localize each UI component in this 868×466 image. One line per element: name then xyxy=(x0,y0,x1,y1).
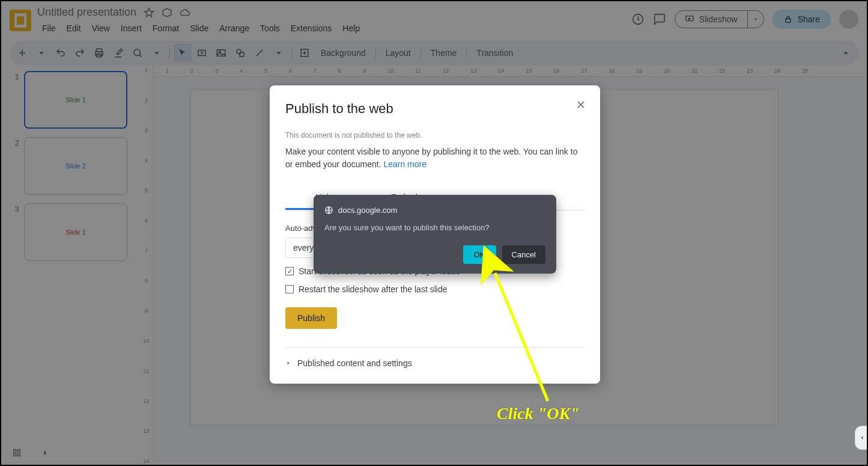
confirm-message: Are you sure you want to publish this se… xyxy=(324,223,545,232)
svg-point-9 xyxy=(237,49,241,54)
app-header: Untitled presentation File Edit View Ins… xyxy=(1,1,867,41)
menu-arrange[interactable]: Arrange xyxy=(214,21,254,35)
menu-slide[interactable]: Slide xyxy=(185,21,213,35)
zoom-caret[interactable] xyxy=(148,44,166,62)
start-slideshow-checkbox[interactable] xyxy=(285,267,294,275)
theme-button[interactable]: Theme xyxy=(425,48,463,58)
restart-slideshow-label: Restart the slideshow after the last sli… xyxy=(299,284,447,294)
publish-description: Make your content visible to anyone by p… xyxy=(285,146,584,171)
svg-rect-15 xyxy=(17,453,20,456)
print-button[interactable] xyxy=(90,44,108,62)
history-icon[interactable] xyxy=(631,13,645,26)
menu-extensions[interactable]: Extensions xyxy=(286,21,336,35)
thumb-number: 3 xyxy=(12,203,19,261)
undo-button[interactable] xyxy=(52,44,70,62)
close-icon[interactable] xyxy=(575,99,587,111)
restart-slideshow-checkbox[interactable] xyxy=(285,285,294,293)
line-tool[interactable] xyxy=(250,44,269,62)
menu-insert[interactable]: Insert xyxy=(116,21,147,35)
comments-icon[interactable] xyxy=(653,13,666,26)
side-panel-toggle[interactable] xyxy=(855,426,868,450)
redo-button[interactable] xyxy=(71,44,89,62)
share-button[interactable]: Share xyxy=(772,10,831,29)
move-icon[interactable] xyxy=(162,7,172,18)
learn-more-link[interactable]: Learn more xyxy=(383,159,426,169)
publish-desc-text: Make your content visible to anyone by p… xyxy=(285,147,577,169)
menu-view[interactable]: View xyxy=(87,21,115,35)
doc-title[interactable]: Untitled presentation xyxy=(37,6,136,19)
grid-view-icon[interactable] xyxy=(12,448,22,460)
publish-button[interactable]: Publish xyxy=(285,307,337,329)
cloud-status-icon[interactable] xyxy=(180,7,190,18)
horizontal-ruler: 1234567891011121314151617181920212223242… xyxy=(154,65,867,77)
slide-thumbnail[interactable]: Slide 2 xyxy=(24,137,127,195)
svg-rect-12 xyxy=(14,450,16,452)
published-settings-expand[interactable]: Published content and settings xyxy=(285,358,584,368)
publish-status-text: This document is not published to the we… xyxy=(285,131,584,139)
slides-logo xyxy=(10,10,31,31)
share-label: Share xyxy=(798,14,820,24)
slideshow-button[interactable]: Slideshow xyxy=(675,10,748,28)
confirm-ok-button[interactable]: OK xyxy=(463,245,496,264)
thumb-number: 1 xyxy=(12,71,19,129)
globe-icon xyxy=(324,206,333,215)
menu-tools[interactable]: Tools xyxy=(255,21,285,35)
published-settings-label: Published content and settings xyxy=(297,358,412,368)
confirm-origin-text: docs.google.com xyxy=(338,206,397,215)
menu-format[interactable]: Format xyxy=(148,21,184,35)
prev-icon[interactable] xyxy=(40,448,49,460)
menu-bar: File Edit View Insert Format Slide Arran… xyxy=(37,21,365,35)
svg-rect-7 xyxy=(217,50,225,57)
svg-rect-1 xyxy=(786,19,791,22)
background-button[interactable]: Background xyxy=(315,48,372,58)
menu-help[interactable]: Help xyxy=(338,21,365,35)
slide-thumbnail[interactable]: Slide 1 xyxy=(24,71,127,129)
modal-divider xyxy=(285,347,584,348)
toolbar-divider xyxy=(169,46,170,60)
publish-modal-title: Publish to the web xyxy=(285,101,584,117)
account-avatar[interactable] xyxy=(839,10,858,29)
shape-tool[interactable] xyxy=(231,44,249,62)
comment-button[interactable] xyxy=(296,44,314,62)
menu-file[interactable]: File xyxy=(37,21,61,35)
toolbar: Background Layout Theme Transition xyxy=(10,41,858,65)
svg-rect-13 xyxy=(17,450,20,452)
menu-edit[interactable]: Edit xyxy=(62,21,86,35)
new-slide-button[interactable] xyxy=(13,44,31,62)
svg-point-5 xyxy=(134,49,141,56)
zoom-button[interactable] xyxy=(129,44,147,62)
new-slide-caret[interactable] xyxy=(32,44,50,62)
paint-format-button[interactable] xyxy=(109,44,127,62)
star-icon[interactable] xyxy=(144,7,154,18)
confirm-cancel-button[interactable]: Cancel xyxy=(502,245,545,264)
toolbar-divider xyxy=(466,46,467,60)
select-tool[interactable] xyxy=(174,44,192,62)
slideshow-label: Slideshow xyxy=(699,14,738,24)
textbox-tool[interactable] xyxy=(193,44,211,62)
collapse-toolbar-button[interactable] xyxy=(837,44,855,62)
toolbar-divider xyxy=(420,46,421,60)
slide-thumbnail[interactable]: Slide 1 xyxy=(24,203,127,261)
image-tool[interactable] xyxy=(212,44,230,62)
slideshow-caret[interactable] xyxy=(748,10,764,28)
confirm-dialog: docs.google.com Are you sure you want to… xyxy=(314,195,556,274)
thumb-number: 2 xyxy=(12,137,19,195)
vertical-ruler: 1234567891011121314 xyxy=(139,65,154,461)
transition-button[interactable]: Transition xyxy=(470,48,519,58)
toolbar-divider xyxy=(291,46,292,60)
layout-button[interactable]: Layout xyxy=(380,48,417,58)
line-caret[interactable] xyxy=(270,44,288,62)
svg-rect-14 xyxy=(14,453,16,456)
toolbar-divider xyxy=(375,46,376,60)
filmstrip: 1 Slide 12 Slide 23 Slide 1 xyxy=(1,65,139,461)
